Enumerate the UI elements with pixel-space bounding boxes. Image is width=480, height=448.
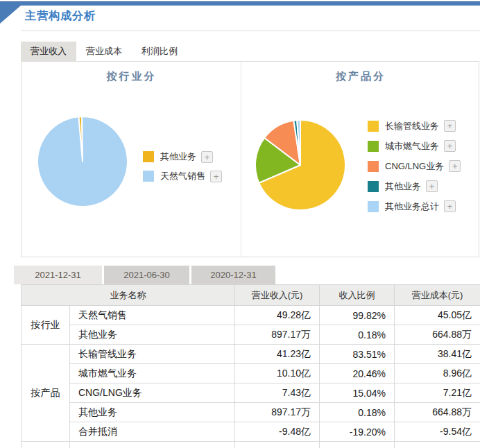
- legend-swatch-icon: [368, 161, 379, 172]
- add-series-plus-icon[interactable]: +: [210, 171, 222, 182]
- cell-ratio: 99.82%: [320, 306, 395, 325]
- empty-cell: [22, 442, 70, 448]
- add-series-plus-icon[interactable]: +: [444, 120, 456, 132]
- corner-ribbon: [0, 6, 21, 24]
- legend-by-industry: 其他业务+天然气销售+: [143, 147, 222, 186]
- tab-operating-cost[interactable]: 营业成本: [76, 42, 132, 61]
- composition-table: 业务名称 营业收入(元) 收入比例 营业成本(元) 按行业天然气销售49.28亿…: [21, 284, 480, 448]
- cell-revenue: 7.43亿: [235, 384, 320, 403]
- col-header-cost: 营业成本(元): [395, 285, 480, 306]
- report-date-tabs: 2021-12-31 2021-06-30 2020-12-31: [14, 266, 277, 284]
- cell-cost: -9.54亿: [395, 422, 480, 442]
- legend-item[interactable]: 其他业务+: [368, 176, 461, 196]
- empty-cell: [320, 442, 395, 448]
- chart-title-by-product: 按产品分: [241, 70, 480, 83]
- cell-business-name: 合并抵消: [70, 422, 235, 442]
- legend-swatch-icon: [368, 141, 379, 152]
- add-series-plus-icon[interactable]: +: [449, 160, 461, 172]
- cell-ratio: 0.18%: [320, 325, 395, 345]
- cell-cost: 8.96亿: [395, 364, 480, 384]
- legend-label: 其他业务: [385, 180, 421, 193]
- cell-revenue: 897.17万: [235, 403, 320, 422]
- cell-business-name: 城市燃气业务: [70, 364, 235, 384]
- legend-item[interactable]: 城市燃气业务+: [368, 136, 461, 156]
- pie-slice[interactable]: [37, 117, 128, 207]
- cell-business-name: CNG/LNG业务: [70, 384, 235, 403]
- page-title: 主营构成分析: [25, 9, 96, 24]
- legend-swatch-icon: [368, 181, 379, 192]
- cell-business-name: 其他业务: [70, 325, 235, 345]
- add-series-plus-icon[interactable]: +: [444, 140, 456, 152]
- legend-label: 其他业务总计: [385, 200, 439, 213]
- cell-ratio: 0.18%: [320, 403, 395, 422]
- cell-business-name: 天然气销售: [70, 306, 235, 325]
- cell-ratio: 15.04%: [320, 384, 395, 403]
- cell-business-name: 其他业务: [70, 403, 235, 422]
- cell-ratio: -19.20%: [320, 422, 395, 442]
- table-row: 其他业务897.17万0.18%664.88万: [22, 403, 480, 422]
- cell-ratio: 20.46%: [320, 364, 395, 384]
- col-header-ratio: 收入比例: [320, 285, 395, 306]
- cell-cost: 38.41亿: [395, 345, 480, 364]
- table-row: CNG/LNG业务7.43亿15.04%7.21亿: [22, 384, 480, 403]
- empty-cell: [395, 442, 480, 448]
- cell-cost: 45.05亿: [395, 306, 480, 325]
- legend-item[interactable]: 其他业务+: [143, 147, 222, 166]
- empty-cell: [235, 442, 320, 448]
- pie-chart-by-product: [252, 117, 349, 214]
- table-row: 按行业天然气销售49.28亿99.82%45.05亿: [22, 306, 480, 325]
- date-tab-2021-06-30[interactable]: 2021-06-30: [104, 266, 189, 284]
- legend-label: 城市燃气业务: [385, 140, 439, 153]
- cell-business-name: 长输管线业务: [70, 345, 235, 364]
- legend-label: 其他业务: [160, 150, 196, 163]
- cell-cost: 664.88万: [395, 325, 480, 345]
- col-header-revenue: 营业收入(元): [235, 285, 320, 306]
- legend-label: 长输管线业务: [385, 120, 439, 132]
- title-divider: [21, 31, 480, 31]
- legend-swatch-icon: [143, 171, 154, 182]
- row-group-label: 按行业: [22, 306, 70, 345]
- legend-item[interactable]: 天然气销售+: [143, 166, 222, 186]
- table-row-partial: [22, 442, 480, 448]
- cell-cost: 664.88万: [395, 403, 480, 422]
- cell-revenue: 897.17万: [235, 325, 320, 345]
- cell-cost: 7.21亿: [395, 384, 480, 403]
- legend-swatch-icon: [143, 151, 154, 162]
- add-series-plus-icon[interactable]: +: [201, 151, 213, 163]
- add-series-plus-icon[interactable]: +: [444, 200, 456, 212]
- panel-divider: [241, 62, 241, 257]
- cell-revenue: 41.23亿: [235, 345, 320, 364]
- cell-revenue: -9.48亿: [235, 422, 320, 442]
- row-group-label: 按产品: [22, 345, 70, 442]
- table-row: 城市燃气业务10.10亿20.46%8.96亿: [22, 364, 480, 384]
- legend-label: 天然气销售: [160, 170, 205, 182]
- legend-item[interactable]: 其他业务总计+: [368, 196, 461, 216]
- empty-cell: [70, 442, 235, 448]
- legend-by-product: 长输管线业务+城市燃气业务+CNG/LNG业务+其他业务+其他业务总计+: [368, 116, 461, 216]
- legend-swatch-icon: [368, 121, 379, 132]
- cell-ratio: 83.51%: [320, 345, 395, 364]
- date-tab-2020-12-31[interactable]: 2020-12-31: [191, 266, 275, 284]
- charts-panel: 按行业分 按产品分 其他业务+天然气销售+ 长输管线业务+城市燃气业务+CNG/…: [21, 61, 479, 257]
- table-row: 按产品长输管线业务41.23亿83.51%38.41亿: [22, 345, 480, 364]
- tab-operating-revenue[interactable]: 营业收入: [21, 42, 76, 61]
- tab-profit-ratio[interactable]: 利润比例: [132, 42, 187, 61]
- table-row: 其他业务897.17万0.18%664.88万: [22, 325, 480, 345]
- table-row: 合并抵消-9.48亿-19.20%-9.54亿: [22, 422, 480, 442]
- legend-label: CNG/LNG业务: [385, 160, 444, 173]
- col-header-business-name: 业务名称: [22, 285, 235, 306]
- legend-swatch-icon: [368, 201, 379, 212]
- legend-item[interactable]: CNG/LNG业务+: [368, 156, 461, 176]
- cell-revenue: 49.28亿: [235, 306, 320, 325]
- metric-tabs: 营业收入 营业成本 利润比例: [21, 42, 187, 61]
- table-header-row: 业务名称 营业收入(元) 收入比例 营业成本(元): [22, 285, 480, 306]
- legend-item[interactable]: 长输管线业务+: [368, 116, 461, 136]
- top-accent-bar: [0, 1, 480, 6]
- pie-chart-by-industry: [34, 113, 131, 210]
- add-series-plus-icon[interactable]: +: [426, 180, 438, 192]
- chart-title-by-industry: 按行业分: [22, 70, 241, 83]
- cell-revenue: 10.10亿: [235, 364, 320, 384]
- date-tab-2021-12-31[interactable]: 2021-12-31: [14, 266, 102, 284]
